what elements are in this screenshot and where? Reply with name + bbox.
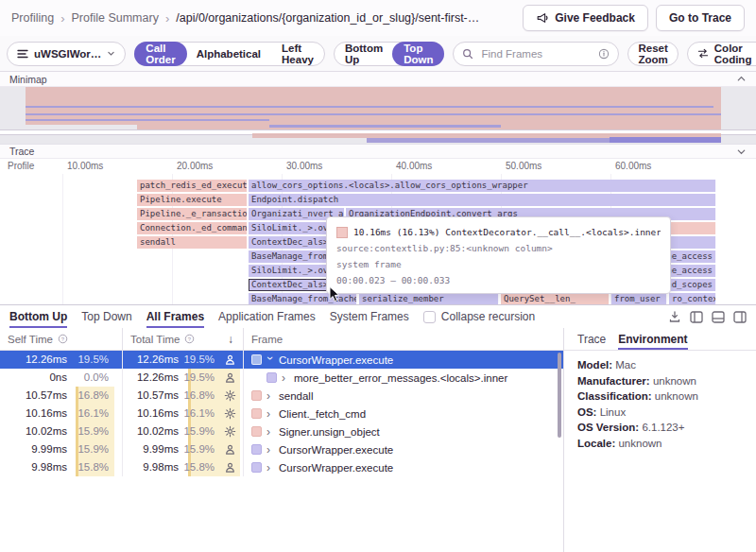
breadcrumb-profile-summary[interactable]: Profile Summary [72, 11, 159, 25]
detail-row: Classification: unknown [577, 388, 743, 405]
chevron-right-icon: › [165, 11, 169, 26]
info-icon [598, 48, 610, 60]
frame-cell[interactable]: ›Signer.unsign_object [244, 423, 563, 440]
self-time-column-header[interactable]: Self Time ? [0, 328, 123, 350]
total-time-cell: 10.57ms16.8% [123, 387, 244, 405]
self-time-cell: 9.98ms15.8% [0, 458, 123, 476]
drawer-tab-bottom-up[interactable]: Bottom Up [9, 305, 67, 328]
flame-frame[interactable]: patch_redis_ed_execute [137, 180, 248, 192]
detail-row: OS: Linux [577, 405, 743, 421]
frame-cell[interactable]: ›Client._fetch_cmd [244, 405, 563, 423]
chevron-collapsed-icon[interactable]: › [282, 372, 289, 384]
flame-frame[interactable]: Pipeline.execute [137, 194, 248, 206]
self-time-cell: 10.02ms15.9% [0, 423, 123, 440]
sort-mode-left-heavy[interactable]: Left Heavy [271, 43, 324, 65]
drawer-tab-system-frames[interactable]: System Frames [330, 305, 409, 328]
self-time-cell: 10.16ms16.1% [0, 405, 123, 423]
detail-row: OS Version: 6.1.123+ [577, 420, 743, 436]
frame-name: CursorWrapper.execute [279, 462, 393, 474]
chevron-up-icon[interactable] [736, 74, 747, 84]
total-time-cell: 9.98ms15.8% [123, 458, 244, 476]
time-ruler: Profile 10.00ms20.00ms30.00ms40.00ms50.0… [0, 159, 756, 175]
application-frame-icon [224, 461, 236, 474]
checkbox-icon[interactable] [423, 311, 436, 323]
chevron-collapsed-icon[interactable]: › [266, 408, 274, 420]
chevron-collapsed-icon[interactable]: › [266, 426, 274, 438]
drawer-tab-all-frames[interactable]: All Frames [146, 305, 204, 328]
frame-name: sendall [279, 390, 313, 402]
chevron-collapsed-icon[interactable]: › [266, 444, 274, 456]
system-frame-icon [224, 389, 236, 402]
flame-frame[interactable]: sendall [137, 236, 248, 249]
frame-tooltip: 10.16ms (16.13%) ContextDecorator.__call… [326, 216, 671, 294]
color-coding-button[interactable]: Color Coding [687, 42, 756, 66]
frame-color-square [251, 408, 262, 419]
table-row[interactable]: 9.98ms15.8%9.98ms15.8%›CursorWrapper.exe… [0, 458, 563, 476]
chevron-down-icon[interactable] [736, 147, 747, 157]
flame-frame[interactable]: BaseManage_from_cache [249, 293, 357, 304]
frame-cell[interactable]: ›CursorWrapper.execute [244, 458, 563, 476]
table-row[interactable]: 10.02ms15.9%10.02ms15.9%›Signer.unsign_o… [0, 423, 563, 440]
frame-color-square [251, 462, 262, 473]
frame-color-square [251, 444, 262, 455]
sort-mode-call-order[interactable]: Call Order [134, 42, 186, 66]
flame-frame[interactable]: allow_cors_options.<locals>.allow_cors_o… [249, 180, 716, 192]
minimap-canvas[interactable] [0, 87, 756, 144]
dock-bottom-icon[interactable] [712, 311, 725, 323]
flame-frame[interactable]: Connection._ed_command [137, 222, 248, 234]
tooltip-frame-type: system frame [336, 256, 661, 272]
dock-right-icon[interactable] [733, 311, 747, 323]
chevron-collapsed-icon[interactable]: › [266, 390, 274, 402]
flame-frame[interactable]: ro_context [669, 293, 716, 304]
drawer-tab-application-frames[interactable]: Application Frames [218, 305, 316, 328]
chevron-collapsed-icon[interactable]: › [266, 462, 274, 474]
flame-frame[interactable]: QuerySet__len_ [501, 293, 610, 304]
table-scrollbar[interactable] [558, 353, 561, 438]
breadcrumb-profiling[interactable]: Profiling [11, 11, 54, 25]
flame-frame[interactable]: Endpoint.dispatch [249, 194, 716, 206]
frame-cell[interactable]: ›CursorWrapper.execute [244, 351, 563, 369]
details-tab-environment[interactable]: Environment [618, 328, 687, 350]
frame-cell[interactable]: ›CursorWrapper.execute [244, 440, 563, 458]
table-row[interactable]: 10.57ms16.8%10.57ms16.8%›sendall [0, 387, 563, 405]
question-icon: ? [58, 334, 68, 344]
reset-zoom-button[interactable]: Reset Zoom [627, 42, 678, 66]
table-row[interactable]: 10.16ms16.1%10.16ms16.1%›Client._fetch_c… [0, 405, 563, 423]
frame-name: CursorWrapper.execute [279, 444, 393, 456]
frame-column-header[interactable]: Frame [244, 328, 563, 350]
frame-color-square [251, 426, 262, 437]
trace-header[interactable]: Trace [0, 144, 756, 159]
total-time-cell: 10.16ms16.1% [123, 405, 244, 423]
frame-cell[interactable]: ›more_better_error_messages.<locals>.inn… [244, 369, 563, 387]
flame-frame[interactable]: serialize_member [359, 293, 499, 304]
sort-descending-icon[interactable]: ↓ [228, 333, 233, 346]
details-tab-trace[interactable]: Trace [577, 328, 606, 350]
collapse-recursion-checkbox[interactable]: Collapse recursion [423, 310, 535, 323]
give-feedback-button[interactable]: Give Feedback [523, 5, 648, 31]
download-icon[interactable] [668, 310, 681, 323]
drawer-tab-top-down[interactable]: Top Down [81, 305, 131, 328]
go-to-trace-button[interactable]: Go to Trace [656, 5, 745, 31]
thread-selector[interactable]: uWSGIWor… [7, 42, 126, 66]
direction-top-down[interactable]: Top Down [392, 42, 444, 66]
frame-color-swatch [336, 227, 348, 238]
chevron-expanded-icon[interactable]: › [265, 356, 276, 364]
application-frame-icon [224, 354, 236, 366]
chevron-right-icon: › [60, 11, 64, 26]
sort-mode-alphabetical[interactable]: Alphabetical [186, 43, 271, 65]
frame-cell[interactable]: ›sendall [244, 387, 563, 405]
table-row[interactable]: 0ns0.0%12.26ms19.5%›more_better_error_me… [0, 369, 563, 387]
search-input[interactable] [479, 47, 593, 60]
dock-left-icon[interactable] [690, 311, 703, 323]
find-frames-search[interactable] [453, 42, 619, 66]
total-time-column-header[interactable]: Total Time ? ↓ [123, 328, 244, 350]
frame-name: more_better_error_messages.<locals>.inne… [294, 372, 507, 384]
direction-bottom-up[interactable]: Bottom Up [335, 43, 393, 65]
flame-frame[interactable]: Pipeline._e_ransaction [137, 208, 248, 220]
minimap-header[interactable]: Minimap [0, 72, 756, 87]
table-row[interactable]: 9.99ms15.9%9.99ms15.9%›CursorWrapper.exe… [0, 440, 563, 458]
minimap-bar [26, 119, 269, 121]
table-row[interactable]: 12.26ms19.5%12.26ms19.5%›CursorWrapper.e… [0, 351, 563, 369]
question-icon: ? [184, 334, 195, 344]
flame-frame[interactable]: from_user [611, 293, 667, 304]
